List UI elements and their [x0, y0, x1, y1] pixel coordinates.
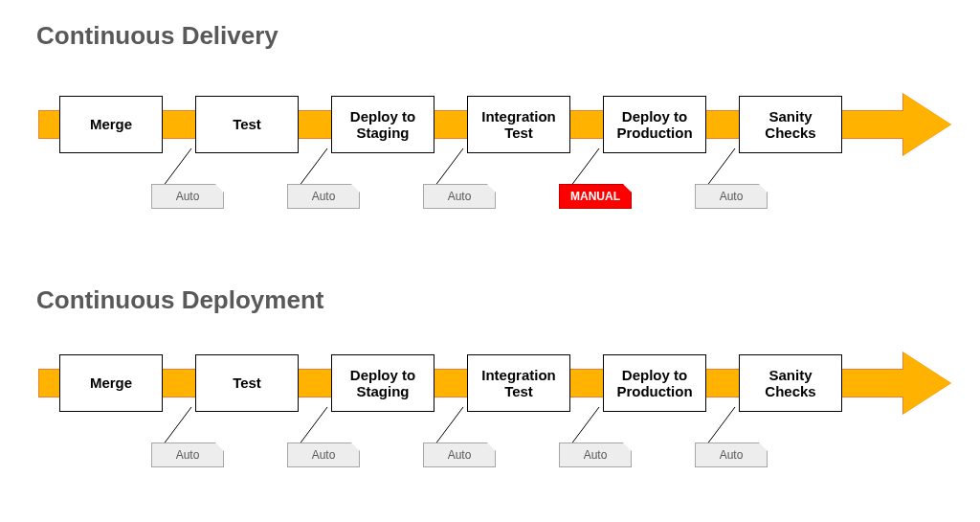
- tag-auto: Auto: [695, 443, 768, 467]
- svg-line-2: [434, 148, 463, 187]
- svg-line-5: [163, 407, 191, 445]
- svg-line-7: [434, 407, 463, 445]
- svg-line-4: [706, 148, 735, 187]
- tag-manual: MANUAL: [559, 184, 632, 209]
- stage-deploy-production: Deploy to Production: [603, 354, 706, 412]
- tag-auto: Auto: [287, 184, 360, 209]
- tag-auto: Auto: [559, 443, 632, 467]
- svg-line-0: [163, 148, 191, 187]
- stage-test: Test: [195, 96, 299, 153]
- tag-auto: Auto: [151, 184, 224, 209]
- tag-auto: Auto: [423, 443, 496, 467]
- svg-line-1: [299, 148, 327, 187]
- tag-auto: Auto: [695, 184, 768, 209]
- tag-auto: Auto: [287, 443, 360, 467]
- stage-integration-test: Integration Test: [467, 96, 570, 153]
- stage-test: Test: [195, 354, 299, 412]
- pipeline-deployment: Merge Test Deploy to Staging Integration…: [29, 354, 957, 469]
- title-continuous-deployment: Continuous Deployment: [36, 285, 323, 315]
- stage-sanity-checks: Sanity Checks: [739, 354, 842, 412]
- svg-line-6: [299, 407, 327, 445]
- title-continuous-delivery: Continuous Delivery: [36, 21, 278, 51]
- svg-line-8: [570, 407, 599, 445]
- stage-sanity-checks: Sanity Checks: [739, 96, 842, 153]
- stage-deploy-production: Deploy to Production: [603, 96, 706, 153]
- stage-merge: Merge: [59, 96, 163, 153]
- stage-deploy-staging: Deploy to Staging: [331, 354, 434, 412]
- tag-auto: Auto: [423, 184, 496, 209]
- pipeline-delivery: Merge Test Deploy to Staging Integration…: [29, 96, 957, 211]
- svg-line-9: [706, 407, 735, 445]
- stage-merge: Merge: [59, 354, 163, 412]
- svg-line-3: [570, 148, 599, 187]
- stage-integration-test: Integration Test: [467, 354, 570, 412]
- tag-auto: Auto: [151, 443, 224, 467]
- stage-deploy-staging: Deploy to Staging: [331, 96, 434, 153]
